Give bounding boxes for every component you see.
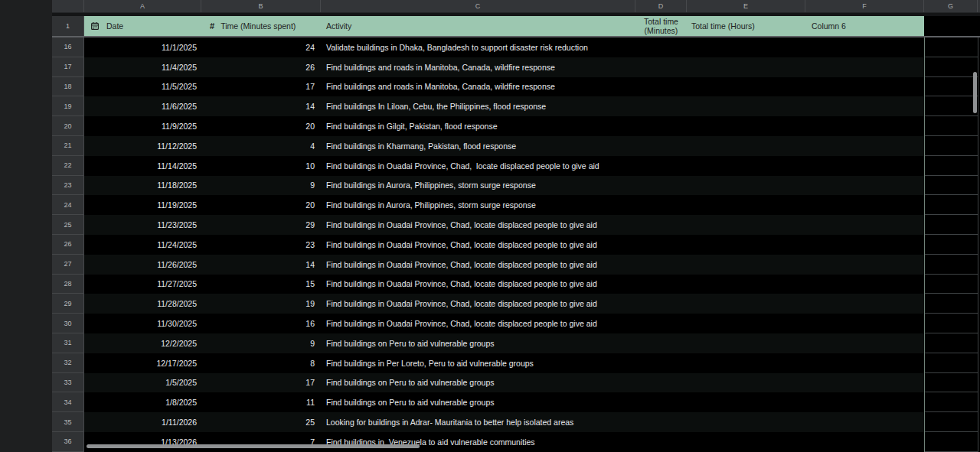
cell-activity[interactable]: Validate buildings in Dhaka, Bangladesh …	[321, 37, 924, 57]
cell-date[interactable]: 1/13/2026	[84, 432, 201, 452]
header-cell-date[interactable]: Date	[84, 16, 201, 36]
row-number[interactable]: 1	[52, 16, 84, 36]
row-number[interactable]: 31	[52, 333, 84, 353]
cell-activity[interactable]: Find buildings in Ouadai Province, Chad,…	[321, 314, 924, 333]
cell-date[interactable]: 11/18/2025	[84, 176, 201, 196]
cell-activity[interactable]: Looking for buildings in Adrar- Mauritan…	[321, 412, 924, 432]
cell-minutes[interactable]: 9	[201, 333, 321, 353]
cell-activity[interactable]: Find buildings in Per Loreto, Peru to ai…	[321, 353, 924, 373]
cell-empty-g[interactable]	[924, 116, 978, 136]
cell-empty-g[interactable]	[924, 373, 978, 393]
cell-minutes[interactable]: 4	[201, 136, 321, 156]
cell-date[interactable]: 11/27/2025	[84, 275, 201, 294]
cell-minutes[interactable]: 14	[201, 255, 321, 275]
cell-minutes[interactable]: 20	[201, 116, 321, 136]
cell-empty-g[interactable]	[924, 255, 978, 275]
row-number[interactable]: 25	[52, 215, 84, 235]
cell-minutes[interactable]: 10	[201, 156, 321, 176]
cell-date[interactable]: 11/14/2025	[84, 156, 201, 176]
cell-activity[interactable]: Find buildings In Liloan, Cebu, the Phil…	[321, 96, 924, 116]
row-number[interactable]: 33	[52, 373, 84, 393]
row-number[interactable]: 20	[52, 116, 84, 136]
column-header-D[interactable]: D	[635, 0, 687, 12]
horizontal-scrollbar-thumb[interactable]	[87, 444, 420, 448]
cell-empty-g[interactable]	[924, 136, 978, 156]
cell-date[interactable]: 11/1/2025	[84, 37, 201, 57]
cell-minutes[interactable]: 23	[201, 235, 321, 255]
row-number[interactable]: 32	[52, 353, 84, 373]
row-number[interactable]: 17	[52, 57, 84, 77]
cell-date[interactable]: 1/11/2026	[84, 412, 201, 432]
cell-minutes[interactable]: 17	[201, 373, 321, 393]
cell-minutes[interactable]: 11	[201, 392, 321, 412]
cell-empty-g[interactable]	[924, 215, 978, 235]
cell-empty-g[interactable]	[924, 333, 978, 353]
cell-minutes[interactable]: 8	[201, 353, 321, 373]
cell-empty-g[interactable]	[924, 275, 978, 294]
cell-date[interactable]: 1/5/2025	[84, 373, 201, 393]
header-cell-total-hours[interactable]: Total time (Hours)	[687, 16, 805, 36]
cell-empty-g[interactable]	[924, 432, 978, 452]
cell-empty-g[interactable]	[924, 176, 978, 196]
cell-minutes[interactable]: 15	[201, 275, 321, 294]
cell-date[interactable]: 11/23/2025	[84, 215, 201, 235]
cell-minutes[interactable]: 9	[201, 176, 321, 196]
cell-minutes[interactable]: 14	[201, 96, 321, 116]
row-number[interactable]: 16	[52, 37, 84, 57]
cell-empty-g[interactable]	[924, 37, 978, 57]
cell-activity[interactable]: Find buildings on Peru to aid vulnerable…	[321, 373, 924, 393]
row-number[interactable]: 21	[52, 136, 84, 156]
column-header-E[interactable]: E	[687, 0, 805, 12]
cell-empty-g[interactable]	[924, 156, 978, 176]
cell-empty-g[interactable]	[924, 96, 978, 116]
cell-empty-g[interactable]	[924, 314, 978, 333]
cell-minutes[interactable]: 7	[201, 432, 321, 452]
cell-date[interactable]: 11/24/2025	[84, 235, 201, 255]
column-header-B[interactable]: B	[201, 0, 321, 12]
cell-date[interactable]: 11/19/2025	[84, 195, 201, 215]
cell-minutes[interactable]: 16	[201, 314, 321, 333]
cell-minutes[interactable]: 26	[201, 57, 321, 77]
cell-empty-g[interactable]	[924, 57, 978, 77]
row-number[interactable]: 18	[52, 77, 84, 97]
row-number[interactable]: 24	[52, 195, 84, 215]
cell-activity[interactable]: Find buildings on Peru to aid vulnerable…	[321, 392, 924, 412]
cell-empty-g[interactable]	[924, 77, 978, 97]
cell-minutes[interactable]: 24	[201, 37, 321, 57]
row-number[interactable]: 34	[52, 392, 84, 412]
cell-activity[interactable]: Find buildings and roads in Manitoba, Ca…	[321, 77, 924, 97]
column-header-F[interactable]: F	[805, 0, 924, 12]
cell-empty-g[interactable]	[924, 392, 978, 412]
select-all-corner[interactable]	[52, 0, 84, 12]
cell-date[interactable]: 11/4/2025	[84, 57, 201, 77]
cell-empty-g[interactable]	[924, 195, 978, 215]
cell-date[interactable]: 12/17/2025	[84, 353, 201, 373]
cell-minutes[interactable]: 20	[201, 195, 321, 215]
row-number[interactable]: 27	[52, 255, 84, 275]
cell-date[interactable]: 11/5/2025	[84, 77, 201, 97]
cell-date[interactable]: 1/8/2025	[84, 392, 201, 412]
cell-date[interactable]: 11/30/2025	[84, 314, 201, 333]
header-cell-total-minutes[interactable]: Total time (Minutes)	[635, 16, 687, 36]
cell-empty-g[interactable]	[924, 294, 978, 314]
cell-minutes[interactable]: 29	[201, 215, 321, 235]
cell-minutes[interactable]: 19	[201, 294, 321, 314]
column-header-C[interactable]: C	[321, 0, 635, 12]
cell-empty-g[interactable]	[924, 412, 978, 432]
row-number[interactable]: 29	[52, 294, 84, 314]
cell-activity[interactable]: Find buildings in Ouadai Province, Chad,…	[321, 275, 924, 294]
row-number[interactable]: 26	[52, 235, 84, 255]
row-number[interactable]: 30	[52, 314, 84, 333]
cell-date[interactable]: 11/6/2025	[84, 96, 201, 116]
cell-date[interactable]: 11/12/2025	[84, 136, 201, 156]
cell-activity[interactable]: Find buildings in Aurora, Philippines, s…	[321, 176, 924, 196]
cell-date[interactable]: 11/28/2025	[84, 294, 201, 314]
column-header-G[interactable]: G	[924, 0, 978, 12]
cell-minutes[interactable]: 25	[201, 412, 321, 432]
row-number[interactable]: 35	[52, 412, 84, 432]
cell-date[interactable]: 12/2/2025	[84, 333, 201, 353]
cell-date[interactable]: 11/9/2025	[84, 116, 201, 136]
cell-activity[interactable]: Find buildings in Ouadai Province, Chad,…	[321, 215, 924, 235]
header-cell-column6[interactable]: Column 6	[805, 16, 924, 36]
cell-minutes[interactable]: 17	[201, 77, 321, 97]
